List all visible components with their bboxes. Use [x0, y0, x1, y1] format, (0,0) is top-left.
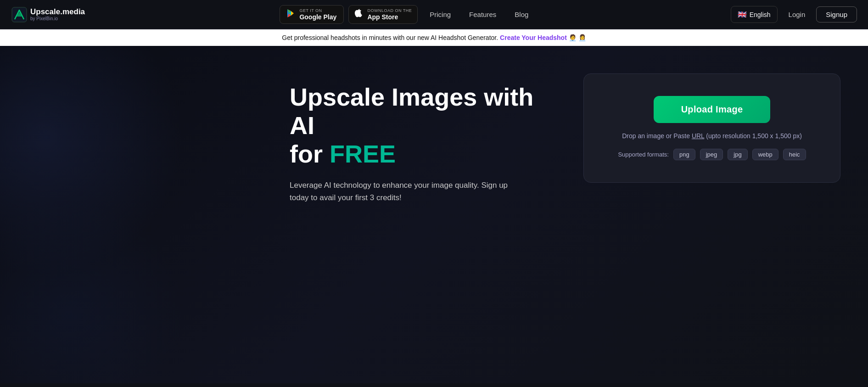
announcement-text: Get professional headshots in minutes wi…: [282, 34, 498, 41]
google-play-button[interactable]: GET IT ON Google Play: [280, 5, 344, 24]
language-label: English: [750, 11, 771, 18]
announcement-bar: Get professional headshots in minutes wi…: [0, 29, 868, 46]
paste-url-link[interactable]: URL: [692, 132, 705, 140]
logo-icon: [11, 6, 28, 23]
main-nav: Pricing Features Blog: [422, 7, 536, 22]
hero-title: Upscale Images with AI for FREE: [290, 83, 556, 168]
supported-formats: Supported formats: png jpeg jpg webp hei…: [618, 149, 806, 160]
google-play-big: Google Play: [299, 13, 336, 21]
hero-left: Upscale Images with AI for FREE Leverage…: [0, 46, 574, 383]
navbar: Upscale.media by PixelBin.io GET IT ON G…: [0, 0, 868, 29]
nav-blog[interactable]: Blog: [507, 7, 536, 22]
app-store-small: Download on the: [367, 8, 412, 13]
navbar-right: 🇬🇧 English Login Signup: [731, 6, 857, 23]
logo[interactable]: Upscale.media by PixelBin.io: [11, 6, 85, 23]
nav-features[interactable]: Features: [462, 7, 504, 22]
app-store-button[interactable]: Download on the App Store: [348, 5, 418, 24]
drop-text-main: Drop an image or Paste: [622, 132, 690, 140]
drop-text-suffix: (upto resolution 1,500 x 1,500 px): [706, 132, 802, 140]
format-heic: heic: [783, 149, 806, 160]
hero-subtitle: Leverage AI technology to enhance your i…: [290, 179, 528, 204]
announcement-link[interactable]: Create Your Headshot: [500, 34, 567, 41]
navbar-center: GET IT ON Google Play Download on the Ap…: [280, 5, 536, 24]
flag-icon: 🇬🇧: [738, 10, 747, 19]
logo-subtitle: by PixelBin.io: [30, 16, 85, 21]
content-right: Upload Image Drop an image or Paste URL …: [574, 46, 868, 383]
supported-label: Supported formats:: [618, 151, 669, 158]
logo-title: Upscale.media: [30, 8, 85, 17]
hero-section: Upscale Images with AI for FREE Leverage…: [290, 83, 556, 223]
format-png: png: [673, 149, 695, 160]
main-content: Upscale Images with AI for FREE Leverage…: [0, 46, 868, 383]
apple-icon: [354, 8, 364, 21]
announcement-emojis: 🧑‍💼 👩‍💼: [569, 34, 586, 41]
hero-title-for: for: [290, 140, 330, 168]
google-play-icon: [286, 8, 296, 21]
format-webp: webp: [752, 149, 778, 160]
upload-image-button[interactable]: Upload Image: [654, 96, 771, 123]
google-play-text: GET IT ON Google Play: [299, 8, 336, 21]
format-jpeg: jpeg: [700, 149, 723, 160]
nav-pricing[interactable]: Pricing: [422, 7, 458, 22]
app-store-text: Download on the App Store: [367, 8, 412, 21]
google-play-small: GET IT ON: [299, 8, 336, 13]
format-jpg: jpg: [728, 149, 747, 160]
language-selector[interactable]: 🇬🇧 English: [731, 6, 778, 23]
drop-text: Drop an image or Paste URL (upto resolut…: [622, 132, 802, 140]
hero-title-line1: Upscale Images with AI: [290, 83, 533, 139]
upload-card: Upload Image Drop an image or Paste URL …: [583, 73, 840, 183]
svg-marker-5: [291, 11, 294, 16]
login-button[interactable]: Login: [781, 7, 813, 22]
signup-button[interactable]: Signup: [816, 6, 857, 22]
logo-text: Upscale.media by PixelBin.io: [30, 8, 85, 22]
app-store-big: App Store: [367, 13, 412, 21]
hero-title-free: FREE: [330, 140, 396, 168]
